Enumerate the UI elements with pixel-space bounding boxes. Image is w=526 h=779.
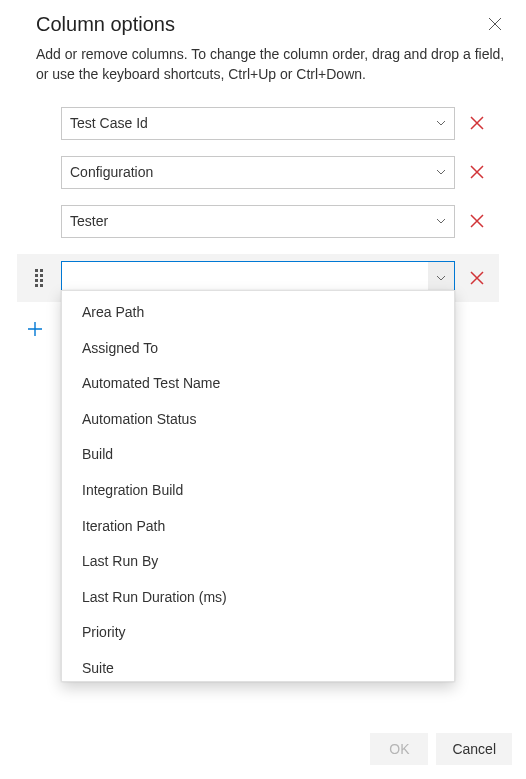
dialog-footer: OK Cancel bbox=[370, 733, 512, 765]
remove-column-button[interactable] bbox=[467, 162, 487, 182]
dropdown-option[interactable]: Priority bbox=[62, 615, 454, 651]
dropdown-option[interactable]: Automated Test Name bbox=[62, 366, 454, 402]
column-row[interactable]: Test Case Id bbox=[61, 107, 509, 140]
x-icon bbox=[469, 270, 485, 286]
x-icon bbox=[469, 213, 485, 229]
column-row[interactable]: Tester bbox=[61, 205, 509, 238]
column-options-dropdown[interactable]: Area Path Assigned To Automated Test Nam… bbox=[61, 290, 455, 682]
dropdown-option[interactable]: Suite bbox=[62, 651, 454, 682]
column-input[interactable] bbox=[62, 262, 428, 293]
column-options-dialog: Column options Add or remove columns. To… bbox=[0, 0, 526, 779]
dropdown-option[interactable]: Assigned To bbox=[62, 331, 454, 367]
drag-handle[interactable] bbox=[17, 254, 61, 302]
dialog-description: Add or remove columns. To change the col… bbox=[36, 44, 509, 85]
dropdown-option[interactable]: Last Run By bbox=[62, 544, 454, 580]
column-combobox[interactable]: Test Case Id bbox=[61, 107, 455, 140]
add-column-button[interactable] bbox=[26, 320, 44, 338]
drag-icon bbox=[35, 269, 43, 287]
chevron-down-icon bbox=[436, 218, 446, 224]
column-rows: Test Case Id Configuration Tes bbox=[61, 107, 509, 302]
dialog-title: Column options bbox=[36, 13, 175, 36]
column-label: Tester bbox=[70, 213, 108, 229]
chevron-down-icon bbox=[436, 275, 446, 281]
column-combobox[interactable]: Configuration bbox=[61, 156, 455, 189]
dropdown-option[interactable]: Automation Status bbox=[62, 402, 454, 438]
title-row: Column options bbox=[17, 10, 509, 38]
column-label: Test Case Id bbox=[70, 115, 148, 131]
column-row[interactable]: Configuration bbox=[61, 156, 509, 189]
chevron-down-icon bbox=[436, 169, 446, 175]
column-label: Configuration bbox=[70, 164, 153, 180]
dropdown-option[interactable]: Build bbox=[62, 437, 454, 473]
dropdown-list: Area Path Assigned To Automated Test Nam… bbox=[62, 291, 454, 682]
column-combobox[interactable]: Tester bbox=[61, 205, 455, 238]
dropdown-option[interactable]: Iteration Path bbox=[62, 509, 454, 545]
dropdown-option[interactable]: Area Path bbox=[62, 295, 454, 331]
close-button[interactable] bbox=[481, 10, 509, 38]
close-icon bbox=[487, 16, 503, 32]
ok-button[interactable]: OK bbox=[370, 733, 428, 765]
cancel-button[interactable]: Cancel bbox=[436, 733, 512, 765]
dropdown-option[interactable]: Last Run Duration (ms) bbox=[62, 580, 454, 616]
plus-icon bbox=[26, 320, 44, 338]
x-icon bbox=[469, 164, 485, 180]
remove-column-button[interactable] bbox=[467, 268, 487, 288]
remove-column-button[interactable] bbox=[467, 113, 487, 133]
dropdown-toggle-button[interactable] bbox=[428, 262, 454, 293]
chevron-down-icon bbox=[436, 120, 446, 126]
remove-column-button[interactable] bbox=[467, 211, 487, 231]
dropdown-option[interactable]: Integration Build bbox=[62, 473, 454, 509]
x-icon bbox=[469, 115, 485, 131]
